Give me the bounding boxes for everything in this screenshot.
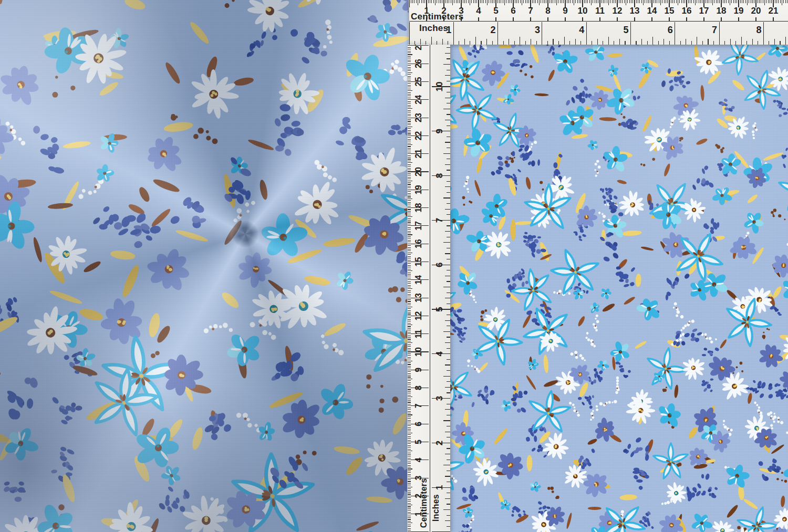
svg-text:11: 11: [595, 6, 605, 16]
svg-text:16: 16: [682, 6, 692, 16]
svg-text:5: 5: [623, 25, 628, 35]
svg-text:16: 16: [414, 239, 423, 248]
svg-text:2: 2: [434, 441, 444, 445]
svg-text:24: 24: [414, 95, 423, 105]
svg-text:22: 22: [414, 131, 423, 140]
svg-text:7: 7: [528, 6, 533, 16]
svg-text:13: 13: [630, 6, 640, 16]
svg-text:25: 25: [414, 77, 423, 87]
svg-text:14: 14: [647, 6, 657, 16]
vertical-ruler-scale: 2726252423222120191817161514131211109876…: [408, 45, 450, 532]
top-inches-label: Inches: [419, 23, 448, 34]
fabric-pattern-flat: [450, 45, 788, 532]
svg-text:19: 19: [734, 6, 744, 16]
svg-text:3: 3: [535, 25, 540, 35]
svg-text:7: 7: [434, 218, 444, 223]
vertical-ruler: 2726252423222120191817161514131211109876…: [407, 45, 450, 532]
svg-text:10: 10: [578, 6, 588, 16]
svg-text:12: 12: [414, 311, 423, 320]
svg-text:6: 6: [414, 422, 423, 426]
svg-text:10: 10: [434, 82, 444, 92]
svg-text:15: 15: [665, 6, 675, 16]
side-centimeters-label: Centimeters: [419, 478, 429, 528]
svg-text:18: 18: [414, 203, 423, 213]
top-centimeters-label: Centimeters: [411, 12, 463, 22]
svg-text:11: 11: [414, 329, 423, 338]
svg-text:6: 6: [668, 25, 673, 35]
svg-text:8: 8: [434, 173, 444, 178]
svg-text:3: 3: [434, 396, 444, 401]
svg-text:8: 8: [756, 25, 761, 35]
fabric-flat-swatch: [450, 45, 788, 532]
svg-text:20: 20: [414, 167, 423, 176]
svg-text:20: 20: [751, 6, 761, 16]
svg-text:5: 5: [434, 307, 444, 311]
svg-text:5: 5: [414, 440, 423, 444]
svg-text:21: 21: [769, 6, 779, 16]
svg-text:6: 6: [434, 262, 444, 267]
svg-text:9: 9: [414, 368, 423, 372]
svg-text:23: 23: [414, 113, 423, 122]
svg-text:26: 26: [414, 59, 423, 68]
fabric-pattern-swirl: [0, 0, 409, 532]
svg-text:1: 1: [434, 485, 444, 489]
svg-text:15: 15: [414, 257, 423, 267]
svg-text:9: 9: [563, 6, 567, 16]
svg-text:12: 12: [613, 6, 623, 16]
horizontal-ruler-scale: 1234567891011121314151617181920211234567…: [409, 0, 788, 45]
svg-text:7: 7: [414, 403, 423, 408]
svg-text:27: 27: [414, 45, 423, 50]
horizontal-ruler: 1234567891011121314151617181920211234567…: [409, 0, 788, 45]
svg-text:14: 14: [414, 275, 423, 285]
svg-text:4: 4: [434, 351, 444, 357]
svg-text:19: 19: [414, 185, 423, 194]
svg-text:5: 5: [493, 6, 498, 16]
svg-text:7: 7: [712, 25, 717, 35]
svg-text:9: 9: [434, 129, 444, 133]
svg-text:4: 4: [476, 6, 481, 16]
svg-text:4: 4: [414, 457, 423, 462]
svg-text:21: 21: [414, 149, 423, 159]
svg-text:10: 10: [414, 347, 423, 357]
fabric-swirl-photo: [0, 0, 409, 532]
svg-text:2: 2: [491, 25, 496, 35]
svg-text:18: 18: [717, 6, 727, 16]
svg-text:17: 17: [699, 6, 709, 16]
fabric-listing-photo: 1234567891011121314151617181920211234567…: [0, 0, 788, 532]
svg-text:4: 4: [579, 25, 584, 35]
svg-text:8: 8: [545, 6, 550, 16]
side-inches-label: Inches: [431, 494, 441, 521]
svg-text:13: 13: [414, 293, 423, 302]
svg-text:6: 6: [511, 6, 515, 16]
svg-text:8: 8: [414, 385, 423, 390]
svg-text:17: 17: [414, 221, 423, 231]
